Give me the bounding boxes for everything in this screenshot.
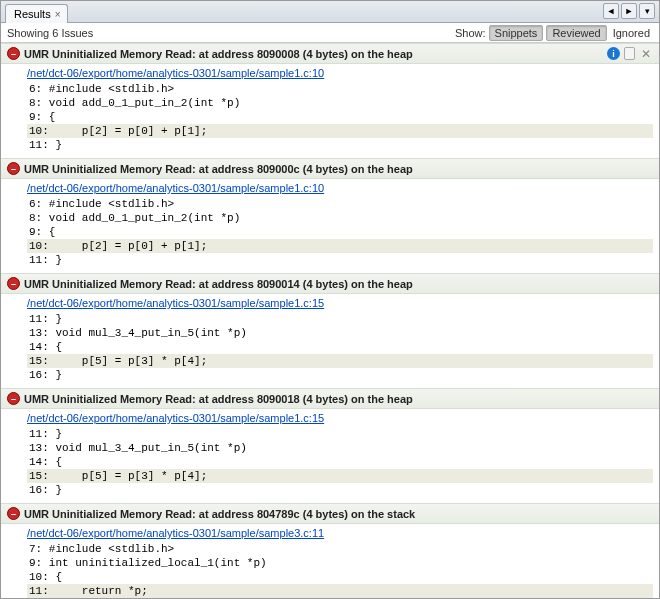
issue-item: –UMR Uninitialized Memory Read: at addre… (1, 273, 659, 388)
code-line: 16: } (27, 483, 653, 497)
code-line: 10: p[2] = p[0] + p[1]; (27, 239, 653, 253)
code-snippet: 11: }13: void mul_3_4_put_in_5(int *p)14… (27, 312, 653, 382)
close-icon[interactable]: × (55, 9, 61, 20)
tab-label: Results (14, 8, 51, 20)
issue-source-link[interactable]: /net/dct-06/export/home/analytics-0301/s… (27, 526, 653, 542)
dismiss-icon[interactable]: ✕ (639, 47, 653, 61)
tab-bar: Results × ◄ ► ▾ (1, 1, 659, 23)
toolbar: Showing 6 Issues Show: Snippets Reviewed… (1, 23, 659, 43)
code-snippet: 11: }13: void mul_3_4_put_in_5(int *p)14… (27, 427, 653, 497)
issue-item: –UMR Uninitialized Memory Read: at addre… (1, 158, 659, 273)
issue-source-link[interactable]: /net/dct-06/export/home/analytics-0301/s… (27, 296, 653, 312)
issue-header[interactable]: –UMR Uninitialized Memory Read: at addre… (1, 273, 659, 294)
code-line: 10: { (27, 570, 653, 584)
error-icon: – (7, 47, 20, 60)
code-line: 9: { (27, 110, 653, 124)
nav-prev-button[interactable]: ◄ (603, 3, 619, 19)
issue-header[interactable]: –UMR Uninitialized Memory Read: at addre… (1, 503, 659, 524)
issue-actions: i✕ (607, 47, 653, 61)
code-line: 6: #include <stdlib.h> (27, 197, 653, 211)
code-line: 15: p[5] = p[3] * p[4]; (27, 354, 653, 368)
filter-reviewed-button[interactable]: Reviewed (546, 25, 606, 41)
filter-snippets-button[interactable]: Snippets (489, 25, 544, 41)
error-icon: – (7, 162, 20, 175)
issue-source-link[interactable]: /net/dct-06/export/home/analytics-0301/s… (27, 181, 653, 197)
tab-nav-controls: ◄ ► ▾ (603, 3, 655, 19)
code-snippet: 6: #include <stdlib.h>8: void add_0_1_pu… (27, 197, 653, 267)
filter-ignored-button[interactable]: Ignored (610, 26, 653, 40)
code-line: 11: } (27, 312, 653, 326)
show-label: Show: (455, 27, 486, 39)
issue-title: UMR Uninitialized Memory Read: at addres… (24, 393, 413, 405)
issue-header[interactable]: –UMR Uninitialized Memory Read: at addre… (1, 388, 659, 409)
code-line: 9: int uninitialized_local_1(int *p) (27, 556, 653, 570)
issue-body: /net/dct-06/export/home/analytics-0301/s… (1, 294, 659, 388)
error-icon: – (7, 392, 20, 405)
code-line: 8: void add_0_1_put_in_2(int *p) (27, 211, 653, 225)
code-line: 8: void add_0_1_put_in_2(int *p) (27, 96, 653, 110)
code-line: 10: p[2] = p[0] + p[1]; (27, 124, 653, 138)
code-line: 16: } (27, 368, 653, 382)
issue-item: –UMR Uninitialized Memory Read: at addre… (1, 503, 659, 598)
copy-icon[interactable] (624, 47, 635, 60)
issue-count-label: Showing 6 Issues (7, 27, 93, 39)
issue-body: /net/dct-06/export/home/analytics-0301/s… (1, 524, 659, 598)
issue-item: –UMR Uninitialized Memory Read: at addre… (1, 388, 659, 503)
code-line: 11: } (27, 253, 653, 267)
error-icon: – (7, 277, 20, 290)
issue-body: /net/dct-06/export/home/analytics-0301/s… (1, 179, 659, 273)
issue-item: –UMR Uninitialized Memory Read: at addre… (1, 43, 659, 158)
code-line: 13: void mul_3_4_put_in_5(int *p) (27, 326, 653, 340)
code-line: 14: { (27, 340, 653, 354)
nav-menu-button[interactable]: ▾ (639, 3, 655, 19)
issue-body: /net/dct-06/export/home/analytics-0301/s… (1, 409, 659, 503)
code-line: 11: } (27, 427, 653, 441)
code-line: 6: #include <stdlib.h> (27, 82, 653, 96)
issue-title: UMR Uninitialized Memory Read: at addres… (24, 278, 413, 290)
tab-results[interactable]: Results × (5, 4, 68, 23)
issue-title: UMR Uninitialized Memory Read: at addres… (24, 163, 413, 175)
code-line: 15: p[5] = p[3] * p[4]; (27, 469, 653, 483)
issue-source-link[interactable]: /net/dct-06/export/home/analytics-0301/s… (27, 411, 653, 427)
issue-title: UMR Uninitialized Memory Read: at addres… (24, 508, 415, 520)
nav-next-button[interactable]: ► (621, 3, 637, 19)
info-icon[interactable]: i (607, 47, 620, 60)
code-line: 9: { (27, 225, 653, 239)
issues-list: –UMR Uninitialized Memory Read: at addre… (1, 43, 659, 598)
code-snippet: 7: #include <stdlib.h>9: int uninitializ… (27, 542, 653, 598)
code-snippet: 6: #include <stdlib.h>8: void add_0_1_pu… (27, 82, 653, 152)
issue-header[interactable]: –UMR Uninitialized Memory Read: at addre… (1, 158, 659, 179)
issue-source-link[interactable]: /net/dct-06/export/home/analytics-0301/s… (27, 66, 653, 82)
code-line: 13: void mul_3_4_put_in_5(int *p) (27, 441, 653, 455)
code-line: 11: } (27, 138, 653, 152)
code-line: 14: { (27, 455, 653, 469)
issue-header[interactable]: –UMR Uninitialized Memory Read: at addre… (1, 43, 659, 64)
issue-body: /net/dct-06/export/home/analytics-0301/s… (1, 64, 659, 158)
error-icon: – (7, 507, 20, 520)
code-line: 11: return *p; (27, 584, 653, 598)
code-line: 7: #include <stdlib.h> (27, 542, 653, 556)
issue-title: UMR Uninitialized Memory Read: at addres… (24, 48, 413, 60)
